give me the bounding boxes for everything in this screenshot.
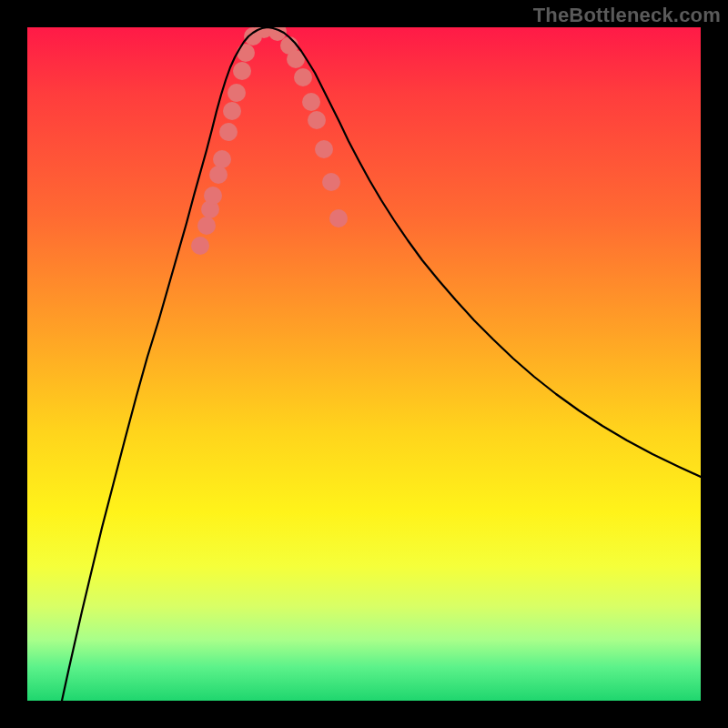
marker-dot	[302, 93, 320, 111]
marker-dot	[197, 217, 216, 235]
marker-dot	[237, 44, 255, 62]
marker-dot	[191, 237, 209, 255]
marker-dot	[213, 150, 231, 168]
watermark-label: TheBottleneck.com	[533, 4, 721, 27]
marker-dot	[233, 62, 251, 80]
plot-area	[27, 27, 701, 701]
marker-dot	[223, 102, 241, 120]
chart-container: TheBottleneck.com	[0, 0, 728, 728]
bottleneck-curve	[62, 27, 701, 701]
marker-dot	[219, 123, 238, 141]
marker-dot	[329, 209, 348, 228]
marker-dot	[228, 84, 246, 102]
curve-layer	[27, 27, 701, 701]
marker-dot	[322, 173, 340, 191]
marker-dot	[294, 68, 312, 86]
marker-dot	[315, 140, 333, 158]
marker-dots-group	[191, 27, 348, 255]
marker-dot	[209, 166, 228, 184]
marker-dot	[308, 111, 326, 129]
marker-dot	[204, 187, 222, 205]
